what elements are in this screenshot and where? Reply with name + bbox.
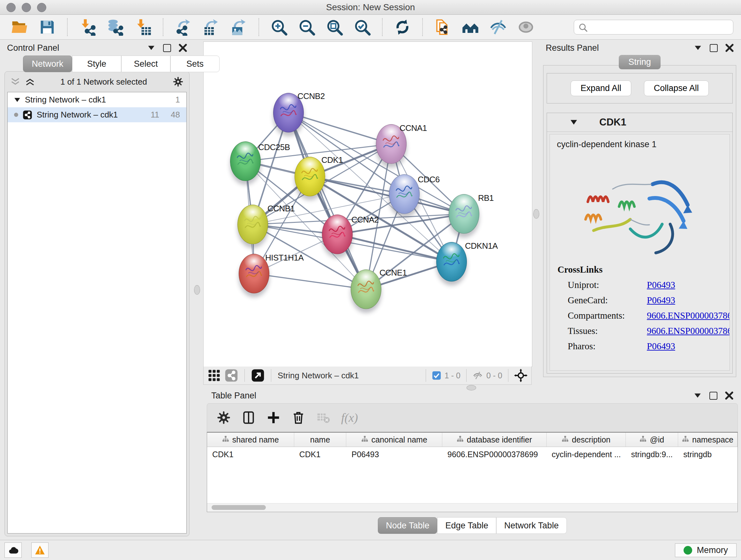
- table-cell[interactable]: cyclin-dependent ...: [547, 450, 626, 459]
- network-share-icon[interactable]: [225, 369, 238, 382]
- tab-select[interactable]: Select: [121, 56, 171, 72]
- show-all-button[interactable]: [517, 18, 535, 36]
- network-collection-row[interactable]: String Network – cdk1 1: [8, 92, 186, 107]
- tab-network-table[interactable]: Network Table: [496, 517, 567, 534]
- cloud-status-button[interactable]: [4, 543, 22, 558]
- column-header-shared-name[interactable]: shared name: [207, 433, 294, 447]
- network-options-gear-icon[interactable]: [173, 76, 184, 87]
- graph-node-CDKN1A[interactable]: [436, 242, 467, 282]
- hidden-eye-icon[interactable]: [472, 371, 483, 380]
- collapse-all-button[interactable]: Collapse All: [644, 80, 709, 96]
- float-panel-icon[interactable]: [163, 44, 171, 52]
- zoom-selected-button[interactable]: [354, 18, 371, 36]
- home-button[interactable]: [462, 18, 479, 36]
- new-network-from-selection-button[interactable]: [434, 18, 451, 36]
- gene-disclosure-icon[interactable]: [570, 119, 578, 125]
- edge-CCNB2-CCNA1[interactable]: [288, 113, 391, 144]
- export-table-button[interactable]: [202, 18, 219, 36]
- table-cell[interactable]: 9606.ENSP00000378699: [442, 450, 547, 459]
- table-settings-gear-icon[interactable]: [217, 411, 231, 425]
- edge-CCNB2-CCNE1[interactable]: [288, 113, 366, 289]
- tab-string[interactable]: String: [619, 55, 661, 69]
- edge-HIST1H1A-CCNE1[interactable]: [254, 273, 366, 289]
- tab-network[interactable]: Network: [23, 56, 72, 72]
- collection-disclosure-icon[interactable]: [14, 97, 20, 103]
- table-row[interactable]: CDK1CDK1P064939606.ENSP00000378699cyclin…: [207, 447, 738, 462]
- close-panel-icon[interactable]: [179, 44, 187, 52]
- crosslink-link[interactable]: P06493: [647, 295, 675, 306]
- zoom-fit-button[interactable]: [326, 18, 343, 36]
- selected-checkbox-icon[interactable]: [432, 371, 441, 380]
- graph-node-CDC6[interactable]: [389, 174, 420, 214]
- birds-eye-grid-icon[interactable]: [207, 369, 221, 382]
- float-panel-icon[interactable]: [710, 392, 718, 400]
- hide-selected-button[interactable]: [489, 18, 507, 36]
- graph-node-CDC25B[interactable]: [230, 141, 261, 181]
- apply-layout-button[interactable]: [394, 18, 411, 36]
- network-row-selected[interactable]: String Network – cdk1 11 48: [8, 107, 186, 122]
- tab-style[interactable]: Style: [72, 56, 121, 72]
- right-splitter-handle[interactable]: [533, 209, 539, 219]
- expand-all-button[interactable]: Expand All: [570, 80, 631, 96]
- graph-node-CDK1[interactable]: [294, 157, 325, 196]
- column-header-namespace[interactable]: namespace: [678, 433, 738, 447]
- memory-button[interactable]: Memory: [675, 543, 737, 557]
- import-table-button[interactable]: [134, 18, 151, 36]
- search-input[interactable]: [574, 20, 733, 35]
- graph-node-HIST1H1A[interactable]: [239, 254, 269, 294]
- zoom-window-button[interactable]: [37, 3, 46, 12]
- table-horizontal-scrollbar[interactable]: [207, 503, 738, 512]
- crosslink-link[interactable]: P06493: [647, 341, 675, 352]
- pan-crosshair-icon[interactable]: [514, 369, 528, 382]
- show-columns-icon[interactable]: [242, 411, 256, 425]
- close-window-button[interactable]: [6, 3, 16, 12]
- column-header-canonical-name[interactable]: canonical name: [346, 433, 442, 447]
- panel-menu-icon[interactable]: [693, 391, 702, 400]
- graph-node-CCNA2[interactable]: [322, 214, 353, 254]
- collapse-all-icon[interactable]: [10, 78, 20, 86]
- crosslink-link[interactable]: 9606.ENSP00000378699: [647, 326, 730, 336]
- column-header-description[interactable]: description: [547, 433, 626, 447]
- panel-menu-icon[interactable]: [694, 44, 702, 52]
- delete-column-trash-icon[interactable]: [291, 411, 306, 425]
- import-network-database-button[interactable]: [107, 18, 124, 36]
- open-session-button[interactable]: [11, 18, 28, 36]
- gene-section-header[interactable]: CDK1: [547, 113, 732, 132]
- tab-sets[interactable]: Sets: [171, 56, 219, 72]
- column-header-name[interactable]: name: [294, 433, 347, 447]
- crosslink-link[interactable]: P06493: [647, 280, 675, 290]
- table-cell[interactable]: CDK1: [207, 450, 294, 459]
- float-panel-icon[interactable]: [710, 44, 718, 52]
- import-network-file-button[interactable]: [79, 18, 96, 36]
- column-header-database-identifier[interactable]: database identifier: [442, 433, 547, 447]
- minimize-window-button[interactable]: [22, 3, 31, 12]
- table-cell[interactable]: stringdb:9...: [626, 450, 678, 459]
- graph-node-CCNE1[interactable]: [351, 269, 381, 309]
- table-cell[interactable]: CDK1: [294, 450, 347, 459]
- export-network-button[interactable]: [175, 18, 192, 36]
- tab-node-table[interactable]: Node Table: [378, 517, 437, 534]
- save-session-button[interactable]: [39, 18, 56, 36]
- column-header-@id[interactable]: @id: [626, 433, 678, 447]
- open-in-new-window-icon[interactable]: [251, 369, 265, 382]
- zoom-out-button[interactable]: [298, 18, 315, 36]
- crosslink-link[interactable]: 9606.ENSP00000378699: [647, 310, 730, 321]
- edge-CCNA2-CDKN1A[interactable]: [337, 234, 452, 262]
- tab-edge-table[interactable]: Edge Table: [437, 517, 496, 534]
- panel-menu-icon[interactable]: [147, 44, 155, 52]
- expand-all-icon[interactable]: [25, 78, 35, 86]
- close-panel-icon[interactable]: [725, 44, 734, 52]
- graph-node-RB1[interactable]: [449, 194, 479, 234]
- close-panel-icon[interactable]: [725, 391, 733, 400]
- create-column-plus-icon[interactable]: [266, 411, 280, 425]
- table-cell[interactable]: P06493: [346, 450, 442, 459]
- scrollbar-thumb[interactable]: [212, 505, 266, 510]
- network-view-canvas[interactable]: CCNB2CCNA1CDC25BCDK1CDC6RB1CCNB1CCNA2CDK…: [203, 42, 532, 367]
- shared-column-icon: [682, 435, 689, 444]
- table-cell[interactable]: stringdb: [678, 450, 738, 459]
- warnings-button[interactable]: [31, 543, 49, 558]
- export-image-button[interactable]: [230, 18, 247, 36]
- graph-node-CCNB1[interactable]: [238, 205, 268, 244]
- left-splitter-handle[interactable]: [194, 285, 200, 295]
- zoom-in-button[interactable]: [270, 18, 287, 36]
